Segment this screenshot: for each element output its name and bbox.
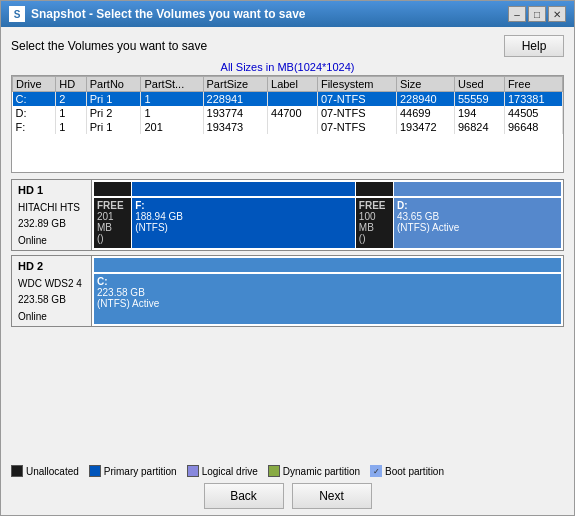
partition-size: 43.65 GB [397,211,558,222]
disk-visual: FREE201 MB()F:188.94 GB(NTFS)FREE100 MB(… [92,180,563,250]
volumes-table-container: Drive HD PartNo PartSt... PartSize Label… [11,75,564,173]
disk-partitions: C:223.58 GB(NTFS) Active [94,274,561,324]
disk-size: 223.58 GB [18,294,85,305]
legend-logical-label: Logical drive [202,466,258,477]
close-button[interactable]: ✕ [548,6,566,22]
legend-primary-label: Primary partition [104,466,177,477]
bar-segment [94,258,561,272]
col-free: Free [504,77,562,92]
window-title: Snapshot - Select the Volumes you want t… [31,7,306,21]
legend-boot: ✓ Boot partition [370,465,444,477]
legend-unallocated: Unallocated [11,465,79,477]
table-row[interactable]: C:2Pri 1122894107-NTFS22894055559173381 [13,92,563,107]
partition-label: FREE [359,200,390,211]
partition-fs: () [97,233,128,244]
partition-label: D: [397,200,558,211]
disk-row: HD 1 HITACHI HTS 232.89 GB Online FREE20… [11,179,564,251]
table-row[interactable]: D:1Pri 211937744470007-NTFS4469919444505 [13,106,563,120]
partition-label: F: [135,200,352,211]
table-header: Drive HD PartNo PartSt... PartSize Label… [13,77,563,92]
col-partno: PartNo [86,77,141,92]
disk-area: HD 1 HITACHI HTS 232.89 GB Online FREE20… [11,179,564,461]
next-button[interactable]: Next [292,483,372,509]
disk-rows-container: HD 1 HITACHI HTS 232.89 GB Online FREE20… [11,179,564,327]
legend-logical-box [187,465,199,477]
title-controls: – □ ✕ [508,6,566,22]
col-hd: HD [56,77,86,92]
legend-unallocated-box [11,465,23,477]
partition-size: 201 MB [97,211,128,233]
content-area: Select the Volumes you want to save Help… [1,27,574,515]
col-partst: PartSt... [141,77,203,92]
col-size: Size [396,77,454,92]
sizes-note: All Sizes in MB(1024*1024) [11,61,564,73]
back-button[interactable]: Back [204,483,284,509]
disk-label: HD 2 WDC WDS2 4 223.58 GB Online [12,256,92,326]
disk-status: Online [18,311,85,322]
partition-block[interactable]: FREE201 MB() [94,198,131,248]
col-label: Label [268,77,318,92]
bar-segment [132,182,355,196]
col-partsize: PartSize [203,77,267,92]
disk-name: HD 1 [18,184,85,196]
legend-logical: Logical drive [187,465,258,477]
disk-model: WDC WDS2 4 [18,278,85,289]
legend-boot-check: ✓ [370,465,382,477]
legend: Unallocated Primary partition Logical dr… [11,465,564,477]
disk-status: Online [18,235,85,246]
instruction-label: Select the Volumes you want to save [11,39,207,53]
partition-fs: () [359,233,390,244]
partition-size: 223.58 GB [97,287,558,298]
col-used: Used [455,77,505,92]
minimize-button[interactable]: – [508,6,526,22]
table-row[interactable]: F:1Pri 120119347307-NTFS1934729682496648 [13,120,563,134]
partition-block[interactable]: D:43.65 GB(NTFS) Active [394,198,561,248]
bar-segment [356,182,393,196]
title-bar: S Snapshot - Select the Volumes you want… [1,1,574,27]
bar-segment [394,182,561,196]
partition-block[interactable]: FREE100 MB() [356,198,393,248]
legend-dynamic-label: Dynamic partition [283,466,360,477]
disk-row: HD 2 WDC WDS2 4 223.58 GB Online C:223.5… [11,255,564,327]
legend-primary-box [89,465,101,477]
disk-model: HITACHI HTS [18,202,85,213]
disk-partitions: FREE201 MB()F:188.94 GB(NTFS)FREE100 MB(… [94,198,561,248]
main-window: S Snapshot - Select the Volumes you want… [0,0,575,516]
disk-label: HD 1 HITACHI HTS 232.89 GB Online [12,180,92,250]
legend-dynamic-box [268,465,280,477]
partition-fs: (NTFS) Active [97,298,558,309]
col-filesystem: Filesystem [317,77,396,92]
partition-label: FREE [97,200,128,211]
legend-unallocated-label: Unallocated [26,466,79,477]
legend-boot-label: Boot partition [385,466,444,477]
partition-block[interactable]: C:223.58 GB(NTFS) Active [94,274,561,324]
disk-visual: C:223.58 GB(NTFS) Active [92,256,563,326]
volumes-table: Drive HD PartNo PartSt... PartSize Label… [12,76,563,134]
title-bar-left: S Snapshot - Select the Volumes you want… [9,6,306,22]
disk-bar [94,182,561,196]
help-button[interactable]: Help [504,35,564,57]
partition-block[interactable]: F:188.94 GB(NTFS) [132,198,355,248]
disk-name: HD 2 [18,260,85,272]
partition-size: 100 MB [359,211,390,233]
partition-fs: (NTFS) Active [397,222,558,233]
bar-segment [94,182,131,196]
partition-label: C: [97,276,558,287]
app-icon: S [9,6,25,22]
disk-bar [94,258,561,272]
table-body: C:2Pri 1122894107-NTFS22894055559173381D… [13,92,563,135]
partition-size: 188.94 GB [135,211,352,222]
maximize-button[interactable]: □ [528,6,546,22]
col-drive: Drive [13,77,56,92]
legend-primary: Primary partition [89,465,177,477]
buttons-row: Back Next [11,483,564,509]
legend-dynamic: Dynamic partition [268,465,360,477]
disk-size: 232.89 GB [18,218,85,229]
partition-fs: (NTFS) [135,222,352,233]
